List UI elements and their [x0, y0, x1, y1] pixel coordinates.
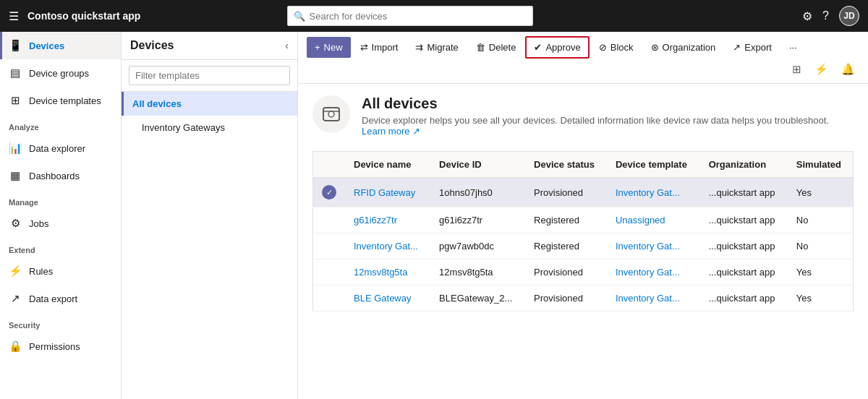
analyze-section-label: Analyze	[0, 114, 121, 134]
cell-device-name[interactable]: RFID Gateway	[345, 178, 430, 207]
table-row[interactable]: 12msv8tg5ta12msv8tg5taProvisionedInvento…	[313, 259, 854, 286]
sidebar-item-data-export[interactable]: ↗ Data export	[0, 285, 121, 312]
table-header-row: Device name Device ID Device status Devi…	[313, 152, 854, 178]
device-template-link[interactable]: Unassigned	[616, 215, 665, 226]
search-input[interactable]	[310, 11, 527, 22]
tree-item-all-devices[interactable]: All devices	[122, 92, 297, 116]
avatar[interactable]: JD	[839, 6, 859, 26]
table-row[interactable]: BLE GatewayBLEGateway_2...ProvisionedInv…	[313, 286, 854, 312]
new-button[interactable]: + New	[307, 37, 351, 58]
sidebar-item-device-groups[interactable]: ▤ Device groups	[0, 59, 121, 87]
cell-device-template[interactable]: Inventory Gat...	[607, 178, 700, 207]
cell-device-template[interactable]: Inventory Gat...	[607, 233, 700, 259]
device-template-link[interactable]: Inventory Gat...	[616, 293, 680, 304]
settings-icon[interactable]: ⚙	[802, 9, 812, 23]
cell-device-name[interactable]: 12msv8tg5ta	[345, 259, 430, 286]
cell-organization: ...quickstart app	[700, 259, 788, 286]
col-device-name[interactable]: Device name	[345, 152, 430, 178]
delete-button[interactable]: 🗑 Delete	[468, 37, 524, 58]
cell-organization: ...quickstart app	[700, 178, 788, 207]
cell-device-name[interactable]: g61i6zz7tr	[345, 207, 430, 233]
cell-device-template[interactable]: Inventory Gat...	[607, 286, 700, 312]
check-circle-icon: ✓	[322, 185, 336, 200]
device-template-link[interactable]: Inventory Gat...	[616, 241, 680, 252]
col-simulated[interactable]: Simulated	[788, 152, 854, 178]
sidebar-item-device-templates[interactable]: ⊞ Device templates	[0, 87, 121, 114]
cell-simulated: Yes	[788, 178, 854, 207]
page-description: Device explorer helps you see all your d…	[362, 115, 829, 126]
sidebar-item-rules[interactable]: ⚡ Rules	[0, 257, 121, 285]
row-check-cell: ✓	[313, 178, 346, 207]
filter-button[interactable]: ⚡	[810, 60, 833, 79]
cell-device-status: Provisioned	[525, 178, 607, 207]
row-check-cell	[313, 259, 346, 286]
device-template-link[interactable]: Inventory Gat...	[616, 187, 680, 198]
sidebar-item-data-explorer[interactable]: 📊 Data explorer	[0, 134, 121, 162]
cell-device-name[interactable]: Inventory Gat...	[345, 233, 430, 259]
new-icon: +	[315, 42, 320, 53]
organization-button[interactable]: ⊛ Organization	[643, 37, 724, 58]
export-button[interactable]: ↗ Export	[725, 37, 780, 58]
sidebar-item-devices[interactable]: 📱 Devices	[0, 32, 121, 59]
approve-button[interactable]: ✔ Approve	[525, 36, 589, 59]
device-template-link[interactable]: Inventory Gat...	[616, 267, 680, 278]
app-title: Contoso quickstart app	[27, 10, 140, 22]
help-icon[interactable]: ?	[822, 9, 829, 22]
cell-device-name[interactable]: BLE Gateway	[345, 286, 430, 312]
cell-organization: ...quickstart app	[700, 233, 788, 259]
more-button[interactable]: ···	[781, 37, 805, 58]
device-name-link[interactable]: Inventory Gat...	[354, 241, 418, 252]
grid-view-button[interactable]: ⊞	[788, 60, 806, 79]
sidebar-item-label: Dashboards	[29, 171, 80, 181]
page-header-text: All devices Device explorer helps you se…	[362, 95, 829, 137]
cell-device-template[interactable]: Unassigned	[607, 207, 700, 233]
table-row[interactable]: Inventory Gat...pgw7awb0dcRegisteredInve…	[313, 233, 854, 259]
cell-device-id: 12msv8tg5ta	[430, 259, 525, 286]
sidebar-item-label: Device groups	[29, 68, 89, 79]
sidebar: 📱 Devices ▤ Device groups ⊞ Device templ…	[0, 32, 122, 399]
cell-device-status: Provisioned	[525, 259, 607, 286]
device-name-link[interactable]: 12msv8tg5ta	[354, 267, 407, 278]
sidebar-item-dashboards[interactable]: ▦ Dashboards	[0, 162, 121, 189]
migrate-button[interactable]: ⇉ Migrate	[407, 37, 466, 58]
table-row[interactable]: g61i6zz7trg61i6zz7trRegisteredUnassigned…	[313, 207, 854, 233]
sidebar-item-permissions[interactable]: 🔒 Permissions	[0, 332, 121, 360]
filter-input[interactable]	[129, 66, 290, 85]
hamburger-icon[interactable]: ☰	[9, 9, 19, 23]
device-name-link[interactable]: RFID Gateway	[354, 187, 415, 198]
device-name-link[interactable]: BLE Gateway	[354, 293, 412, 304]
collapse-button[interactable]: ‹	[285, 40, 289, 51]
cell-device-template[interactable]: Inventory Gat...	[607, 259, 700, 286]
toolbar: + New ⇄ Import ⇉ Migrate 🗑 Delete ✔ A	[298, 32, 868, 84]
cell-device-id: 1ohns07jhs0	[430, 178, 525, 207]
tree-item-inventory-gateways[interactable]: Inventory Gateways	[122, 116, 297, 140]
block-button[interactable]: ⊘ Block	[591, 37, 642, 58]
data-export-icon: ↗	[9, 292, 22, 305]
security-section-label: Security	[0, 312, 121, 332]
sidebar-item-label: Jobs	[29, 218, 48, 229]
delete-icon: 🗑	[476, 42, 485, 53]
sidebar-item-label: Data export	[29, 293, 77, 304]
sidebar-item-label: Data explorer	[29, 143, 85, 154]
col-device-id[interactable]: Device ID	[430, 152, 525, 178]
table-row[interactable]: ✓RFID Gateway1ohns07jhs0ProvisionedInven…	[313, 178, 854, 207]
device-groups-icon: ▤	[9, 66, 22, 80]
row-check-cell	[313, 286, 346, 312]
cell-device-id: g61i6zz7tr	[430, 207, 525, 233]
col-organization[interactable]: Organization	[700, 152, 788, 178]
filter-wrap	[122, 60, 297, 92]
sidebar-item-jobs[interactable]: ⚙ Jobs	[0, 210, 121, 237]
import-button[interactable]: ⇄ Import	[352, 37, 407, 58]
devices-icon: 📱	[9, 39, 22, 52]
cell-simulated: No	[788, 233, 854, 259]
cell-device-status: Provisioned	[525, 286, 607, 312]
learn-more-link[interactable]: Learn more ↗	[362, 126, 420, 137]
dashboards-icon: ▦	[9, 169, 22, 182]
data-explorer-icon: 📊	[9, 142, 22, 155]
bell-button[interactable]: 🔔	[837, 60, 859, 79]
more-icon: ···	[789, 42, 797, 53]
col-device-status[interactable]: Device status	[525, 152, 607, 178]
jobs-icon: ⚙	[9, 217, 22, 230]
col-device-template[interactable]: Device template	[607, 152, 700, 178]
device-name-link[interactable]: g61i6zz7tr	[354, 215, 397, 226]
